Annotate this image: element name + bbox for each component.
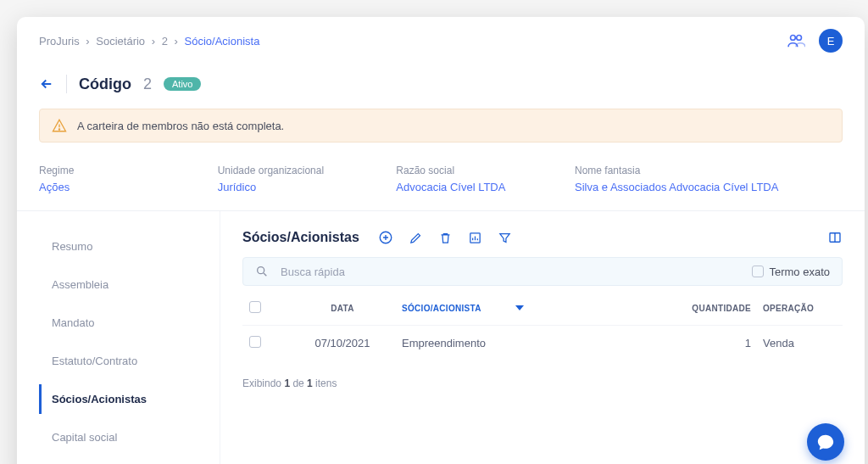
edit-icon[interactable] xyxy=(409,231,423,245)
exact-match-toggle[interactable]: Termo exato xyxy=(752,266,830,278)
info-regime: Regime Ações xyxy=(39,165,218,193)
alert-warning: A carteira de membros não está completa. xyxy=(39,109,843,143)
cell-operacao: Venda xyxy=(751,337,836,349)
app-card: ProJuris › Societário › 2 › Sócio/Acioni… xyxy=(17,17,865,464)
info-label: Unidade organizacional xyxy=(218,165,397,176)
col-header-socio[interactable]: SÓCIO/ACIONISTA xyxy=(402,304,658,313)
col-header-data[interactable]: DATA xyxy=(283,304,402,313)
top-bar: ProJuris › Societário › 2 › Sócio/Acioni… xyxy=(17,17,865,58)
breadcrumb: ProJuris › Societário › 2 › Sócio/Acioni… xyxy=(39,35,259,48)
search-icon xyxy=(255,265,269,278)
info-value[interactable]: Advocacia Cível LTDA xyxy=(396,181,575,193)
info-unidade: Unidade organizacional Jurídico xyxy=(218,165,397,193)
tab-resumo[interactable]: Resumo xyxy=(39,232,220,261)
cell-quantidade: 1 xyxy=(658,337,751,349)
tab-socios[interactable]: Sócios/Acionistas xyxy=(39,384,220,414)
cell-socio: Empreendimento xyxy=(402,337,658,349)
exact-label: Termo exato xyxy=(769,266,830,278)
table-header: DATA SÓCIO/ACIONISTA QUANTIDADE OPERAÇÃO xyxy=(242,291,843,326)
section-title: Sócios/Acionistas xyxy=(242,230,359,245)
top-actions: E xyxy=(787,29,843,53)
info-label: Razão social xyxy=(396,165,575,176)
breadcrumb-current: Sócio/Acionista xyxy=(185,35,260,48)
col-header-operacao[interactable]: OPERAÇÃO xyxy=(751,304,836,313)
chart-icon[interactable] xyxy=(468,231,482,245)
footer-count: Exibindo 1 de 1 itens xyxy=(242,377,843,389)
checkbox[interactable] xyxy=(752,266,764,277)
users-icon[interactable] xyxy=(787,33,805,48)
search-input[interactable] xyxy=(281,266,740,278)
section-head: Sócios/Acionistas xyxy=(242,230,843,245)
avatar[interactable]: E xyxy=(819,29,843,53)
info-label: Nome fantasia xyxy=(575,165,843,176)
divider xyxy=(66,75,67,93)
info-value[interactable]: Ações xyxy=(39,181,218,193)
tab-estatuto[interactable]: Estatuto/Contrato xyxy=(39,346,220,376)
tab-mandato[interactable]: Mandato xyxy=(39,308,220,338)
row-checkbox[interactable] xyxy=(249,336,261,348)
breadcrumb-sep: › xyxy=(152,35,155,48)
svg-point-2 xyxy=(58,129,59,130)
svg-point-1 xyxy=(797,36,802,41)
chat-icon xyxy=(816,433,835,451)
page-title: Código xyxy=(79,75,131,93)
select-all-checkbox[interactable] xyxy=(249,301,261,313)
col-header-quantidade[interactable]: QUANTIDADE xyxy=(658,304,751,313)
warning-icon xyxy=(52,118,67,133)
breadcrumb-sep: › xyxy=(175,35,178,48)
data-table: DATA SÓCIO/ACIONISTA QUANTIDADE OPERAÇÃO… xyxy=(242,291,843,361)
side-tabs: Resumo Assembleia Mandato Estatuto/Contr… xyxy=(17,211,220,464)
tab-assembleia[interactable]: Assembleia xyxy=(39,270,220,299)
header-row: Código 2 Ativo xyxy=(17,58,865,102)
info-nome: Nome fantasia Silva e Associados Advocac… xyxy=(575,165,843,193)
info-razao: Razão social Advocacia Cível LTDA xyxy=(396,165,575,193)
delete-icon[interactable] xyxy=(438,231,453,245)
breadcrumb-item[interactable]: ProJuris xyxy=(39,35,80,48)
body-row: Resumo Assembleia Mandato Estatuto/Contr… xyxy=(17,211,865,464)
add-icon[interactable] xyxy=(378,230,393,245)
breadcrumb-item[interactable]: 2 xyxy=(162,35,168,48)
info-value[interactable]: Silva e Associados Advocacia Cível LTDA xyxy=(575,181,843,193)
svg-point-6 xyxy=(258,267,264,274)
info-label: Regime xyxy=(39,165,218,176)
columns-icon[interactable] xyxy=(827,230,843,245)
tab-capital[interactable]: Capital social xyxy=(39,422,220,452)
info-grid: Regime Ações Unidade organizacional Jurí… xyxy=(17,149,865,211)
search-row: Termo exato xyxy=(242,257,843,286)
chat-fab[interactable] xyxy=(807,423,844,461)
status-badge: Ativo xyxy=(164,77,201,91)
cell-data: 07/10/2021 xyxy=(283,337,402,349)
main-panel: Sócios/Acionistas xyxy=(220,211,865,464)
page-code: 2 xyxy=(143,75,152,93)
breadcrumb-item[interactable]: Societário xyxy=(96,35,145,48)
breadcrumb-sep: › xyxy=(86,35,89,48)
info-value[interactable]: Jurídico xyxy=(218,181,397,193)
back-button[interactable] xyxy=(39,76,54,92)
svg-point-0 xyxy=(791,36,796,41)
sort-desc-icon xyxy=(515,305,524,310)
filter-icon[interactable] xyxy=(498,231,512,245)
alert-text: A carteira de membros não está completa. xyxy=(77,120,284,132)
table-row[interactable]: 07/10/2021 Empreendimento 1 Venda xyxy=(242,326,843,361)
